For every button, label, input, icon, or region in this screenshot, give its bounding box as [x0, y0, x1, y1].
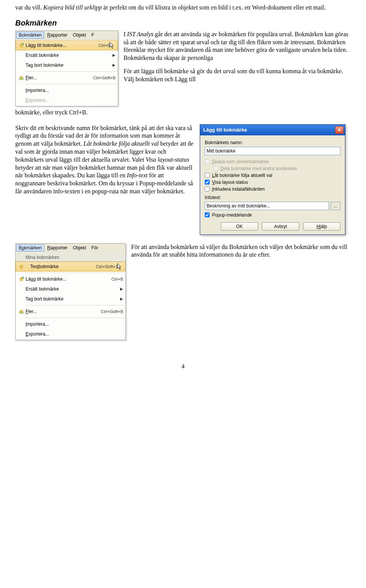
intro-italic: Kopiera bild till urklipp	[43, 4, 102, 11]
section-heading-bokmarken: Bokmärken	[15, 19, 351, 27]
input-bookmark-name[interactable]	[205, 147, 340, 155]
menu-item-importera[interactable]: Importera...	[16, 85, 118, 95]
page-number: 4	[15, 363, 351, 370]
menubar-label: Bokmärken	[19, 32, 42, 38]
checkbox-label: Visa layout-status	[212, 180, 248, 185]
menu-item-lagg-till-bokmarke[interactable]: Lägg till bokmärke... Ctrl+B	[16, 274, 125, 284]
menu-panel-1: Bokmärken Rapporter Objekt F Lägg till b…	[15, 31, 118, 106]
submenu-arrow-icon: ▶	[119, 297, 123, 301]
menu-item-label: Ersätt bokmärke	[26, 286, 119, 292]
menu-dropdown-2: Mina bokmärken Testbokmärke Ctrl+Skift+1	[16, 252, 125, 340]
menu-item-shortcut: Ctrl+Skift+B	[97, 309, 123, 314]
bookmark-tray-icon	[17, 75, 26, 80]
menu-item-fler[interactable]: Fler... Ctrl+Skift+B	[16, 307, 125, 316]
text-italic: IST Analys	[127, 31, 153, 37]
checkbox-label: Popup-meddelande	[212, 212, 252, 218]
menu-item-shortcut: Ctrl+Skift+B	[89, 76, 116, 80]
menubar-item-rapporter[interactable]: Rapporter	[45, 244, 70, 251]
menu-item-lagg-till-bokmarke[interactable]: Lägg till bokmärke... Ctrl+B	[16, 40, 118, 50]
menubar-item-rapporter[interactable]: Rapporter	[45, 32, 70, 39]
menu-item-ta-bort-bokmarke[interactable]: Tag bort bokmärke ▶	[16, 60, 118, 70]
cursor-icon	[109, 42, 115, 50]
intro-paragraph: var du vill. Kopiera bild till urklipp ä…	[15, 4, 351, 12]
checkbox-row-server: Skapa som serverbokmärke	[205, 159, 340, 164]
checkbox-label: Låt bokmärke följa aktuellt val	[212, 173, 272, 178]
checkbox-follow[interactable]	[205, 173, 210, 178]
cursor-icon	[117, 263, 122, 271]
intro-text-suffix: är perfekt om du vill klistra in objekte…	[102, 4, 326, 11]
checkbox-include[interactable]	[205, 186, 210, 191]
checkbox-share	[213, 166, 218, 171]
menu-item-shortcut: Ctrl+Skift+1	[92, 264, 118, 269]
checkbox-row-follow[interactable]: Låt bokmärke följa aktuellt val	[205, 173, 340, 178]
menubar-item-extra[interactable]: För	[89, 244, 101, 251]
star-add-icon	[17, 43, 26, 48]
help-button[interactable]: Hjälp	[303, 222, 340, 231]
menu-item-shortcut: Ctrl+B	[108, 277, 123, 281]
menu-item-label: Tag bort bokmärke	[26, 63, 111, 68]
menu-separator	[26, 273, 125, 273]
text-italic: Info-text	[127, 172, 148, 178]
ellipsis-icon: …	[334, 204, 338, 208]
label-infotext: Infotext:	[205, 195, 340, 200]
checkbox-row-include[interactable]: Inkludera indatafältvärden	[205, 186, 340, 192]
text-fragment: I	[124, 31, 127, 37]
cancel-button[interactable]: Avbryt	[262, 222, 299, 231]
browse-button[interactable]: …	[331, 202, 340, 210]
menu-separator	[26, 71, 117, 72]
menu-item-ersatt-bokmarke[interactable]: Ersätt bokmärke ▶	[16, 284, 125, 294]
menu-item-ta-bort-bokmarke[interactable]: Tag bort bokmärke ▶	[16, 294, 125, 304]
checkbox-layout[interactable]	[205, 180, 210, 185]
text-fragment: betyder att när man väljer bokmärket ham…	[15, 164, 193, 179]
menu-item-label: Exportera...	[26, 98, 116, 103]
checkbox-row-layout[interactable]: Visa layout-status	[205, 180, 340, 185]
checkbox-label: Dela bokmärke med andra användare	[220, 166, 297, 171]
menu-bar-1: Bokmärken Rapporter Objekt F	[16, 31, 118, 40]
menu-item-testbokmarke[interactable]: Testbokmärke Ctrl+Skift+1	[16, 262, 125, 272]
checkbox-row-popup[interactable]: Popup-meddelande	[205, 212, 340, 218]
menu-separator	[26, 84, 117, 84]
text-italic: Låt bokmärke följa aktuellt val	[83, 140, 159, 147]
menu-item-label: Importera...	[26, 88, 116, 93]
button-label: Avbryt	[274, 224, 287, 229]
text-italic: Visa layout-status	[146, 156, 189, 163]
menu-item-ersatt-bokmarke[interactable]: Ersätt bokmärke ▶	[16, 50, 118, 60]
menubar-label: Bokmärken	[19, 245, 42, 251]
long-paragraph: Skriv dit ett beskrivande namn för bokmä…	[15, 124, 194, 196]
menu-dropdown-1: Lägg till bokmärke... Ctrl+B Ersätt bokm…	[16, 40, 118, 106]
star-add-icon	[17, 276, 26, 282]
menu-item-label: Lägg till bokmärke...	[26, 43, 95, 48]
menubar-item-extra[interactable]: F	[89, 32, 96, 39]
menubar-item-bokmarken[interactable]: Bokmärken	[16, 244, 44, 251]
menu-item-exportera[interactable]: Exportera...	[16, 329, 125, 339]
menu-item-importera[interactable]: Importera...	[16, 319, 125, 329]
label-bookmark-name: Bokmärkets namn:	[205, 140, 340, 145]
menu-bar-2: Bokmärken Rapporter Objekt För	[16, 244, 125, 252]
close-button[interactable]: ✕	[335, 126, 344, 134]
checkbox-row-share: Dela bokmärke med andra användare	[213, 166, 340, 171]
menubar-label: apporter	[50, 32, 67, 38]
menu-item-fler[interactable]: Fler... Ctrl+Skift+B	[16, 73, 118, 83]
menu-item-label: Importera...	[26, 321, 123, 327]
menu-item-label: Lägg till bokmärke...	[26, 276, 108, 282]
bookmark-tray-icon	[17, 309, 26, 314]
menu-item-label: Tag bort bokmärke	[26, 296, 119, 302]
dialog-titlebar: Lägg till bokmärke ✕	[200, 125, 345, 135]
menu-header-mina: Mina bokmärken	[16, 253, 125, 262]
menu-item-label: Fler...	[26, 75, 89, 80]
checkbox-popup[interactable]	[205, 212, 210, 217]
menu-item-exportera: Exportera...	[16, 95, 118, 105]
right-paragraph-2: För att lägga till bokmärke så gör du de…	[124, 67, 351, 84]
right-of-menu2-paragraph: För att använda bokmärken så väljer du B…	[131, 243, 351, 259]
submenu-arrow-icon: ▶	[111, 63, 116, 67]
svg-marker-6	[19, 264, 24, 269]
ok-button[interactable]: OK	[221, 222, 258, 231]
right-paragraph-1: I IST Analys går det att använda sig av …	[124, 31, 351, 62]
input-infotext[interactable]	[205, 202, 329, 210]
menu-item-label: Exportera...	[26, 331, 123, 337]
menu-separator	[26, 305, 125, 305]
menubar-item-objekt[interactable]: Objekt	[71, 244, 88, 251]
menubar-item-bokmarken[interactable]: Bokmärken	[16, 32, 44, 39]
submenu-arrow-icon: ▶	[119, 287, 123, 291]
menubar-item-objekt[interactable]: Objekt	[71, 32, 88, 39]
